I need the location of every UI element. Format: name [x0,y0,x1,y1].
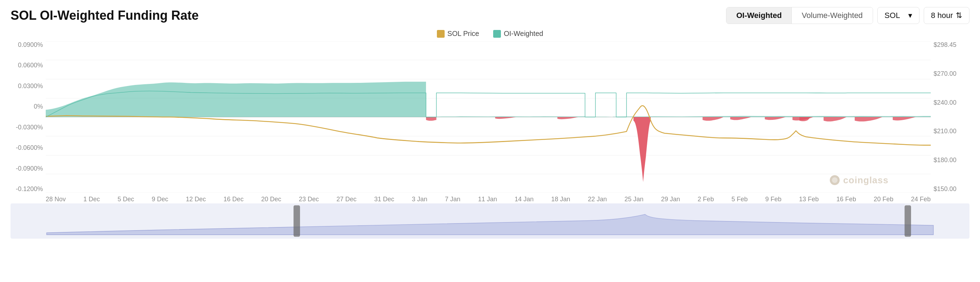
legend-color-oi-weighted [493,30,501,38]
x-label-23: 20 Feb [874,195,894,203]
x-label-15: 22 Jan [588,195,607,203]
legend-color-sol-price [437,30,445,38]
y-label-right-0: $298.45 [931,41,969,49]
x-label-14: 18 Jan [551,195,570,203]
interval-select[interactable]: 8 hour ⇅ [924,7,969,24]
y-label-0: 0.0900% [11,41,46,49]
page-header: SOL OI-Weighted Funding Rate OI-Weighted… [11,7,969,24]
x-label-7: 23 Dec [299,195,319,203]
svg-rect-14 [300,203,905,239]
y-label-3: 0% [11,103,46,111]
chart-inner: 28 Nov 1 Dec 5 Dec 9 Dec 12 Dec 16 Dec 2… [46,41,931,203]
y-label-2: 0.0300% [11,82,46,90]
x-label-11: 7 Jan [445,195,460,203]
chevron-down-icon: ▾ [908,11,912,20]
x-label-3: 9 Dec [152,195,168,203]
x-label-9: 31 Dec [374,195,395,203]
x-label-12: 11 Jan [478,195,497,203]
svg-rect-12 [293,205,300,237]
mini-chart-svg [11,203,969,239]
y-label-right-5: $150.00 [931,186,969,193]
x-label-8: 27 Dec [337,195,357,203]
x-label-18: 2 Feb [698,195,714,203]
x-label-2: 5 Dec [118,195,134,203]
x-label-4: 12 Dec [186,195,206,203]
asset-select[interactable]: SOL ▾ [877,7,920,24]
chart-wrapper: 0.0900% 0.0600% 0.0300% 0% -0.0300% -0.0… [11,41,969,203]
page-container: SOL OI-Weighted Funding Rate OI-Weighted… [0,0,980,282]
x-label-16: 25 Jan [624,195,643,203]
x-label-0: 28 Nov [46,195,66,203]
svg-point-10 [832,177,838,183]
legend-item-sol-price: SOL Price [437,30,479,38]
y-label-6: -0.0900% [11,165,46,172]
x-label-20: 9 Feb [765,195,781,203]
y-label-right-3: $210.00 [931,128,969,135]
x-label-10: 3 Jan [412,195,427,203]
y-label-7: -0.1200% [11,186,46,193]
x-label-6: 20 Dec [261,195,281,203]
chart-area: SOL Price OI-Weighted 0.0900% 0.0600% 0.… [11,30,969,227]
y-label-1: 0.0600% [11,62,46,69]
watermark: coinglass [829,175,889,186]
controls-group: OI-Weighted Volume-Weighted SOL ▾ 8 hour… [726,7,969,24]
mini-chart-area[interactable] [11,203,969,239]
tab-oi-weighted[interactable]: OI-Weighted [726,7,792,24]
x-label-13: 14 Jan [515,195,534,203]
updown-icon: ⇅ [956,11,962,20]
page-title: SOL OI-Weighted Funding Rate [11,8,199,23]
main-chart-svg [46,41,931,193]
y-axis-right: $298.45 $270.00 $240.00 $210.00 $180.00 … [931,41,969,203]
x-label-17: 29 Jan [661,195,680,203]
svg-rect-13 [905,205,911,237]
x-label-21: 13 Feb [799,195,819,203]
x-label-5: 16 Dec [223,195,243,203]
legend-item-oi-weighted: OI-Weighted [493,30,543,38]
x-axis: 28 Nov 1 Dec 5 Dec 9 Dec 12 Dec 16 Dec 2… [46,195,931,203]
x-label-19: 5 Feb [731,195,748,203]
y-label-right-1: $270.00 [931,70,969,78]
x-label-22: 16 Feb [837,195,856,203]
chart-legend: SOL Price OI-Weighted [11,30,969,38]
y-axis-left: 0.0900% 0.0600% 0.0300% 0% -0.0300% -0.0… [11,41,46,203]
weight-tab-group: OI-Weighted Volume-Weighted [726,7,873,24]
y-label-right-4: $180.00 [931,157,969,164]
y-label-5: -0.0600% [11,144,46,152]
y-label-right-2: $240.00 [931,99,969,106]
x-label-1: 1 Dec [83,195,100,203]
tab-volume-weighted[interactable]: Volume-Weighted [792,7,872,24]
y-label-4: -0.0300% [11,124,46,131]
x-label-24: 24 Feb [911,195,931,203]
